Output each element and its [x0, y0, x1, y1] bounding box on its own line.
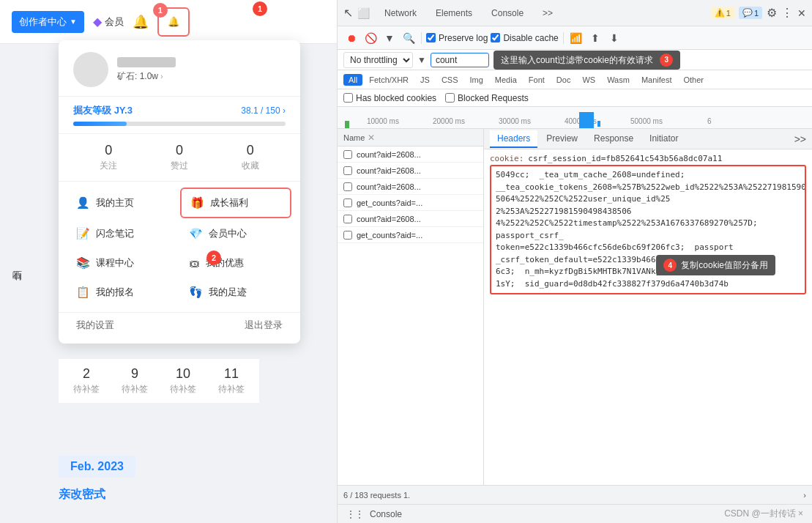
member-area[interactable]: ◆ 会员	[93, 15, 124, 29]
table-row[interactable]: count?aid=2608...	[338, 179, 483, 195]
filter-js[interactable]: JS	[415, 74, 435, 86]
table-row[interactable]: count?aid=2608...	[338, 211, 483, 227]
menu-item-history[interactable]: 👣 我的足迹	[180, 278, 291, 306]
filter-wasm[interactable]: Wasm	[602, 74, 635, 86]
filter-button[interactable]: ▼	[381, 30, 398, 46]
logout-link[interactable]: 退出登录	[245, 319, 283, 332]
close-devtools-icon[interactable]: ✕	[797, 7, 806, 19]
divider-1	[421, 32, 422, 44]
throttle-arrow-icon[interactable]: ▼	[417, 55, 426, 65]
menu-label-signup: 我的报名	[96, 286, 134, 299]
info-icon: 💬	[742, 8, 753, 18]
filter-ws[interactable]: WS	[577, 74, 600, 86]
tab-headers[interactable]: Headers	[490, 130, 537, 148]
has-blocked-cookies-checkbox[interactable]	[343, 93, 353, 103]
has-blocked-row: Has blocked cookies Blocked Requests	[338, 89, 812, 107]
console-tab-icon[interactable]: ⋮⋮	[346, 509, 364, 519]
badge-3: 3	[660, 53, 673, 67]
redirect-label[interactable]: 亲改密式	[59, 487, 105, 502]
upload-icon[interactable]: ⬆	[587, 30, 603, 46]
menu-item-profile[interactable]: 👤 我的主页	[67, 188, 179, 218]
filter-media[interactable]: Media	[490, 74, 522, 86]
pending-txt-10: 待补签	[170, 383, 196, 396]
req-checkbox-4[interactable]	[343, 199, 352, 207]
tab-elements[interactable]: Elements	[427, 4, 481, 23]
gear-icon[interactable]: ⚙	[767, 6, 777, 20]
filter-css[interactable]: CSS	[436, 74, 463, 86]
menu-item-notes[interactable]: 📝 闪念笔记	[67, 220, 179, 248]
status-text: 6 / 183 requests 1.	[343, 491, 410, 500]
tab-initiator[interactable]: Initiator	[642, 130, 685, 148]
filter-input[interactable]	[431, 53, 489, 67]
filter-font[interactable]: Font	[524, 74, 550, 86]
notes-icon: 📝	[76, 227, 90, 240]
menu-item-signup[interactable]: 📋 我的报名	[67, 278, 179, 306]
table-row[interactable]: count?aid=2608...	[338, 146, 483, 163]
tab-more[interactable]: >>	[534, 4, 562, 23]
req-checkbox-2[interactable]	[343, 166, 352, 175]
tab-preview[interactable]: Preview	[539, 130, 585, 148]
level-bar-fill	[73, 122, 127, 126]
filter-img[interactable]: Img	[465, 74, 488, 86]
scroll-right-icon[interactable]: ›	[803, 491, 806, 500]
table-row[interactable]: get_counts?aid=...	[338, 227, 483, 243]
disable-cache-checkbox[interactable]	[491, 33, 500, 42]
throttle-select[interactable]: No throttling	[343, 52, 413, 68]
stat-follow[interactable]: 0 关注	[100, 143, 117, 172]
menu-item-discount[interactable]: 🎟 我的优惠	[180, 249, 291, 277]
download-icon[interactable]: ⬇	[606, 30, 622, 46]
device-icon[interactable]: ⬜	[357, 7, 370, 19]
filter-other[interactable]: Other	[678, 74, 709, 86]
discount-icon: 🎟	[189, 257, 200, 270]
tab-response[interactable]: Response	[586, 130, 641, 148]
tab-network[interactable]: Network	[376, 4, 425, 23]
menu-item-courses[interactable]: 📚 课程中心	[67, 249, 179, 277]
notification-button[interactable]: 1 🔔	[157, 7, 190, 37]
bell-button[interactable]: 🔔	[133, 14, 149, 30]
creator-center-button[interactable]: 创作者中心 ▼	[12, 11, 84, 33]
profile-icon: 👤	[76, 196, 90, 209]
settings-link[interactable]: 我的设置	[76, 319, 114, 332]
close-detail-icon[interactable]: ✕	[368, 133, 375, 143]
req-checkbox-6[interactable]	[343, 231, 352, 240]
menu-item-welfare[interactable]: 🎁 成长福利	[180, 188, 291, 218]
menu-item-member[interactable]: 💎 会员中心	[180, 220, 291, 248]
stat-liked[interactable]: 0 赞过	[171, 143, 188, 172]
kuangshi-arrow-icon: ›	[160, 73, 163, 81]
filter-manifest[interactable]: Manifest	[636, 74, 677, 86]
preserve-log-label[interactable]: Preserve log	[426, 33, 488, 43]
filter-fetch-xhr[interactable]: Fetch/XHR	[364, 74, 414, 86]
disable-cache-label[interactable]: Disable cache	[491, 33, 558, 43]
bottom-console-label[interactable]: Console	[370, 509, 402, 519]
blocked-requests-label[interactable]: Blocked Requests	[445, 93, 529, 103]
timeline-bar-1	[345, 121, 349, 128]
record-button[interactable]: ⏺	[343, 30, 360, 46]
preserve-log-checkbox[interactable]	[426, 33, 436, 42]
bottom-menu: 我的设置 退出登录	[59, 312, 300, 335]
tab-console[interactable]: Console	[483, 4, 532, 23]
filter-all[interactable]: All	[343, 74, 362, 86]
req-checkbox-1[interactable]	[343, 150, 352, 159]
stat-collect[interactable]: 0 收藏	[242, 143, 259, 172]
wifi-icon[interactable]: 📶	[568, 30, 584, 46]
table-row[interactable]: count?aid=2608...	[338, 163, 483, 179]
copy-cookie-tooltip: 4 复制cookie值部分备用	[656, 255, 775, 275]
menu-label-notes: 闪念笔记	[96, 227, 134, 240]
cursor-icon[interactable]: ↖	[343, 6, 353, 20]
courses-icon: 📚	[76, 256, 90, 270]
blocked-requests-checkbox[interactable]	[445, 93, 455, 103]
req-checkbox-5[interactable]	[343, 215, 352, 223]
detail-more-icon[interactable]: >>	[794, 133, 806, 145]
dropdown-menu: 矿石: 1.0w › 掘友等级 JY.3 38.1 / 150 › 0 关注 0…	[59, 40, 300, 344]
member-label: 会员	[105, 15, 124, 29]
liked-label: 赞过	[171, 160, 188, 172]
req-checkbox-3[interactable]	[343, 182, 352, 191]
tick-10000: 10000 ms	[367, 117, 399, 125]
filter-doc[interactable]: Doc	[551, 74, 576, 86]
table-row[interactable]: get_counts?aid=...	[338, 195, 483, 211]
has-blocked-cookies-label[interactable]: Has blocked cookies	[343, 93, 436, 103]
vertical-dots-icon[interactable]: ⋮	[781, 6, 793, 20]
search-button[interactable]: 🔍	[401, 30, 417, 46]
kuangshi-label[interactable]: 矿石: 1.0w ›	[117, 70, 286, 83]
clear-button[interactable]: 🚫	[362, 30, 379, 46]
